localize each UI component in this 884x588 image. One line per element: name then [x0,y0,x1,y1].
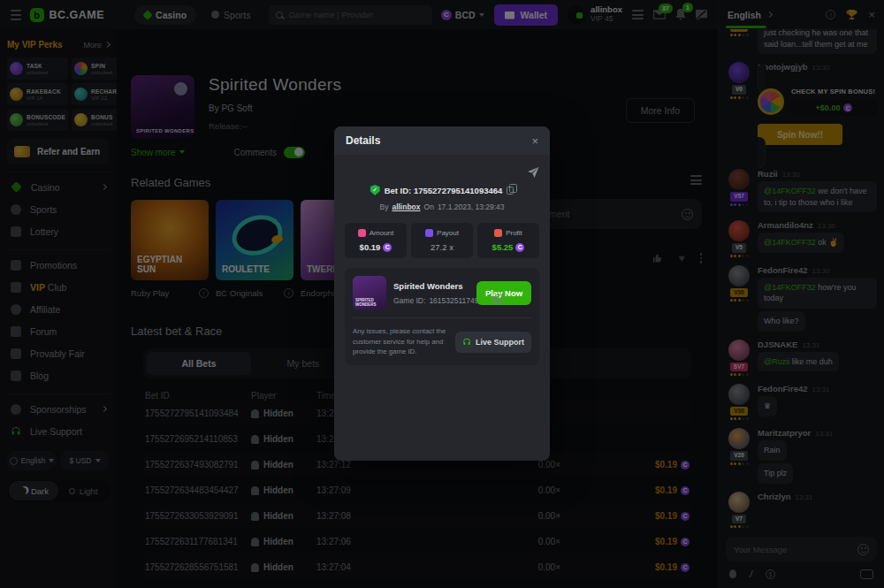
verified-shield-icon: ✓ [370,185,380,195]
bet-datetime: 17.1.2023, 13:29:43 [438,202,505,211]
copy-icon[interactable] [492,296,499,304]
support-note: Any issues, please contact the customer … [353,326,448,357]
profit-icon [494,229,502,237]
game-thumbnail[interactable]: SPIRITED WONDERS [353,276,386,309]
modal-title: Details [346,134,380,147]
bet-player-link[interactable]: allinbox [392,202,420,211]
play-now-button[interactable]: Play Now [476,281,531,305]
details-modal: Details × ✓ Bet ID: 1755272795141093464 … [334,126,550,461]
amount-icon [358,229,366,237]
coin-icon: C [383,243,392,252]
coin-icon: C [515,243,524,252]
headset-icon [462,338,471,347]
payout-icon [425,229,433,237]
live-support-button[interactable]: Live Support [455,332,531,353]
stat-amount: Amount $0.19C [345,223,407,258]
modal-game-name: Spirited Wonders [393,281,469,291]
copy-icon[interactable] [507,187,514,195]
close-icon[interactable]: × [531,135,538,147]
stat-payout: Payout 27.2 x [411,223,473,258]
stat-profit: Profit $5.25C [477,223,539,258]
game-info-box: SPIRITED WONDERS Spirited Wonders Game I… [345,268,539,365]
bet-id-value: 1755272795141093464 [414,186,502,195]
share-icon[interactable] [528,167,539,178]
